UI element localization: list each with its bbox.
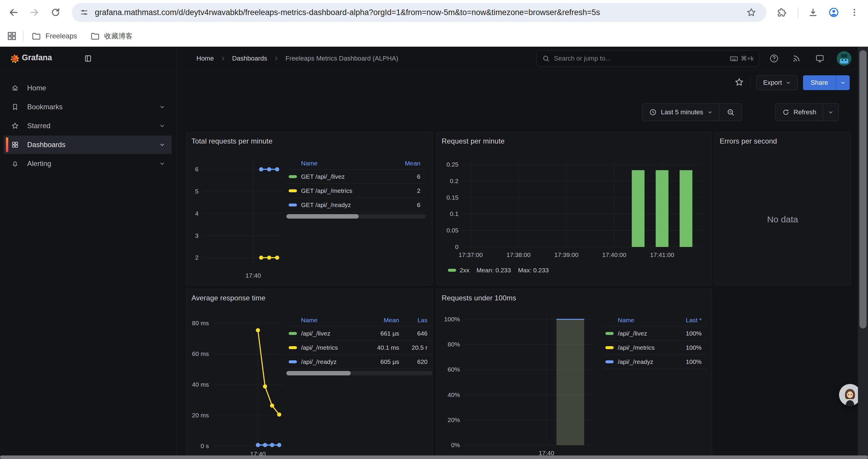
legend-row[interactable]: /api/_/metrics40.1 ms20.5 r (286, 340, 433, 355)
series-name[interactable]: 2xx (460, 267, 469, 274)
forward-icon[interactable] (28, 6, 40, 18)
legend-scrollbar-thumb[interactable] (286, 214, 359, 219)
data-point[interactable] (263, 384, 267, 388)
data-point[interactable] (277, 443, 281, 447)
legend-scrollbar-thumb[interactable] (286, 371, 351, 375)
legend-inline[interactable]: 2xx Mean: 0.233 Max: 0.233 (448, 267, 549, 274)
legend-row[interactable]: /api/_/readyz100% (603, 355, 707, 369)
share-caret-button[interactable] (836, 75, 850, 90)
panel-title[interactable]: Errors per second (720, 137, 777, 145)
refresh-button[interactable]: Refresh (776, 108, 823, 116)
reload-icon[interactable] (50, 6, 61, 18)
series-line[interactable] (258, 330, 279, 415)
y-tick-label: 100% (444, 316, 460, 323)
legend-row[interactable]: /api/_/readyz605 µs620 (286, 355, 433, 369)
series-value: 20.5 r (410, 344, 430, 351)
chevron-down-icon[interactable] (159, 104, 165, 110)
legend-row[interactable]: /api/_/livez661 µs646 (286, 326, 433, 340)
sidebar-item-bookmarks[interactable]: Bookmarks (4, 98, 172, 116)
legend-row[interactable]: GET /api/_/readyz6 (286, 198, 426, 212)
chevron-down-icon[interactable] (159, 142, 165, 148)
bar-chart[interactable]: 00.050.10.150.20.2517:37:0017:38:0017:39… (437, 132, 712, 285)
site-settings-icon[interactable] (80, 8, 89, 17)
legend-column-header[interactable]: Las (410, 317, 430, 324)
bookmarks-bar: Freeleaps 收藏博客 (0, 25, 868, 47)
profile-icon[interactable] (828, 6, 840, 18)
news-rss-icon[interactable] (790, 53, 802, 64)
legend-column-header[interactable]: Name (289, 317, 365, 324)
share-button[interactable]: Share (803, 75, 836, 90)
menu-kebab-icon[interactable] (848, 6, 860, 18)
panel-total-requests-per-minute[interactable]: Total requests per minute 6543217:40 Nam… (186, 132, 433, 285)
sidebar-item-label: Home (27, 84, 172, 92)
panel-request-per-minute[interactable]: Request per minute 00.050.10.150.20.2517… (436, 132, 712, 285)
data-point[interactable] (259, 167, 263, 171)
chevron-down-icon[interactable] (159, 161, 165, 167)
search-box[interactable]: ⌘+k (536, 50, 759, 67)
area-fill[interactable] (556, 319, 584, 445)
url-bar[interactable]: grafana.mathmast.com/d/deytv4rwavabkb/fr… (72, 3, 766, 22)
apps-grid-icon[interactable] (6, 31, 17, 41)
breadcrumb-home[interactable]: Home (196, 55, 214, 62)
legend-scrollbar[interactable] (286, 214, 426, 219)
extensions-icon[interactable] (776, 6, 787, 18)
sidebar-item-home[interactable]: Home (4, 79, 172, 97)
sidebar-item-starred[interactable]: Starred (4, 117, 172, 135)
legend-row[interactable]: /api/_/metrics100% (603, 340, 707, 355)
dock-menu-icon[interactable] (82, 53, 94, 64)
vertical-scrollbar[interactable] (858, 47, 868, 459)
data-point[interactable] (259, 256, 263, 260)
legend-row[interactable]: GET /api/_/metrics2 (286, 184, 426, 198)
series-color-pill (606, 332, 614, 335)
bar[interactable] (656, 170, 668, 247)
help-icon[interactable] (768, 53, 780, 64)
download-icon[interactable] (807, 6, 819, 18)
refresh-interval-caret[interactable] (823, 109, 838, 115)
monitor-icon[interactable] (814, 53, 826, 64)
data-point[interactable] (267, 256, 271, 260)
panel-errors-per-second[interactable]: Errors per second No data (714, 132, 851, 285)
panel-average-response-time[interactable]: Average response time 80 ms60 ms40 ms20 … (186, 289, 433, 459)
data-point[interactable] (256, 328, 260, 332)
bookmark-folder-freeleaps[interactable]: Freeleaps (31, 31, 77, 41)
data-point[interactable] (256, 443, 260, 447)
legend-column-header[interactable]: Name (289, 160, 389, 167)
data-point[interactable] (270, 443, 274, 447)
sidebar-item-dashboards[interactable]: Dashboards (4, 136, 172, 154)
bar[interactable] (680, 170, 692, 247)
time-range-picker[interactable]: Last 5 minutes (643, 108, 719, 116)
data-point[interactable] (267, 167, 271, 171)
legend-row[interactable]: GET /api/_/livez6 (286, 169, 426, 184)
assistant-avatar[interactable] (839, 384, 861, 406)
legend-scrollbar[interactable] (286, 371, 433, 375)
horizontal-scrollbar[interactable] (0, 455, 868, 459)
data-point[interactable] (275, 256, 279, 260)
legend-column-header[interactable]: Last * (678, 317, 705, 324)
zoom-out-button[interactable] (719, 108, 742, 117)
data-point[interactable] (263, 443, 267, 447)
data-point[interactable] (277, 412, 281, 417)
legend-column-header[interactable]: Name (606, 317, 670, 324)
scrollbar-thumb[interactable] (860, 50, 867, 328)
grafana-logo[interactable] (9, 53, 20, 64)
url-text[interactable]: grafana.mathmast.com/d/deytv4rwavabkb/fr… (95, 8, 600, 17)
data-point[interactable] (275, 167, 279, 171)
export-button[interactable]: Export (756, 75, 798, 90)
search-input[interactable] (554, 55, 725, 62)
legend-column-header[interactable]: Mean (373, 317, 402, 324)
sidebar-item-alerting[interactable]: Alerting (4, 155, 172, 173)
chevron-down-icon[interactable] (159, 123, 165, 129)
legend-column-header[interactable]: Mean (397, 160, 423, 167)
bookmark-star-icon[interactable] (745, 6, 757, 18)
bar[interactable] (632, 170, 644, 247)
favorite-star-icon[interactable] (735, 77, 744, 87)
sidebar-item-label: Alerting (27, 160, 159, 168)
panel-requests-under-100ms[interactable]: Requests under 100ms 100%80%60%40%20%0%1… (436, 289, 712, 459)
bookmark-folder-blogs[interactable]: 收藏博客 (90, 31, 133, 41)
series-value: 100% (678, 330, 705, 337)
data-point[interactable] (270, 403, 274, 407)
back-icon[interactable] (8, 6, 20, 18)
legend-row[interactable]: /api/_/livez100% (603, 326, 707, 340)
breadcrumb-dashboards[interactable]: Dashboards (232, 55, 267, 62)
user-avatar[interactable] (837, 51, 851, 66)
